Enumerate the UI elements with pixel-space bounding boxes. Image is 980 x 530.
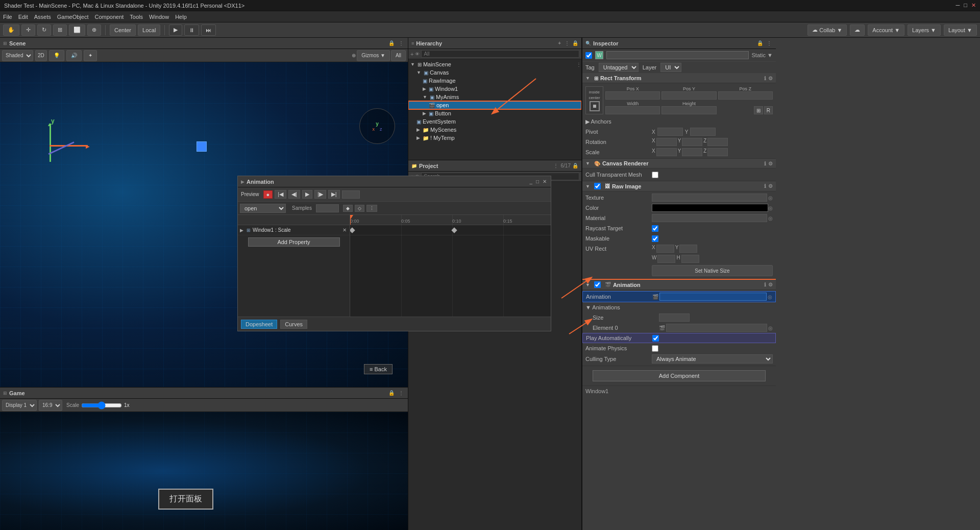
- minimize-btn[interactable]: ─: [956, 2, 960, 9]
- add-component-button[interactable]: Add Component: [593, 370, 766, 381]
- project-lock[interactable]: 🔒: [572, 163, 578, 168]
- anim-prev-key-btn[interactable]: ◀|: [288, 190, 300, 199]
- scene-audio-btn[interactable]: 🔊: [66, 50, 82, 61]
- rect-info-icon[interactable]: ℹ: [764, 76, 766, 81]
- anim-go-end-btn[interactable]: ▶|: [328, 190, 340, 199]
- texture-select-btn[interactable]: ◎: [768, 195, 773, 201]
- anim-samples-input[interactable]: 60: [316, 204, 339, 212]
- anim-clip-select[interactable]: open: [240, 204, 286, 213]
- anim-frame-input[interactable]: 0: [342, 190, 360, 199]
- raw-image-section-header[interactable]: ▼ 🖼 Raw Image ℹ ⚙: [582, 181, 776, 191]
- raw-image-enabled[interactable]: [594, 183, 601, 189]
- scale-z-input[interactable]: 1: [707, 148, 728, 156]
- cull-mesh-checkbox[interactable]: [652, 172, 658, 178]
- color-swatch[interactable]: [652, 204, 768, 212]
- game-more-btn[interactable]: ⋮: [398, 390, 405, 396]
- pause-btn[interactable]: ⏸: [184, 25, 199, 36]
- dopesheet-tab[interactable]: Dopesheet: [241, 320, 277, 329]
- menu-gameobject[interactable]: GameObject: [57, 14, 89, 20]
- hierarchy-title[interactable]: Hierarchy: [416, 40, 442, 46]
- animations-foldout[interactable]: ▼ Animations: [585, 304, 652, 310]
- inspector-more-btn[interactable]: ⋮: [766, 40, 773, 46]
- rot-y-input[interactable]: 0: [682, 138, 702, 146]
- game-lock-btn[interactable]: 🔒: [387, 390, 396, 396]
- anim-panel-minimize[interactable]: _: [528, 179, 533, 184]
- texture-input[interactable]: 白色面板: [652, 194, 767, 202]
- step-btn[interactable]: ⏭: [201, 25, 216, 36]
- culling-type-select[interactable]: Always Animate: [652, 354, 773, 364]
- keyframe-start[interactable]: [350, 227, 355, 233]
- scale-y-input[interactable]: 1: [682, 148, 702, 156]
- animation-track-area[interactable]: 0:00 0:05 0:10 0:15 0:20: [350, 215, 551, 317]
- cloud-btn[interactable]: ☁: [850, 25, 865, 36]
- uv-y-input[interactable]: 0: [679, 245, 697, 253]
- menu-assets[interactable]: Assets: [34, 14, 51, 20]
- tree-item-open[interactable]: 🎬 open: [408, 101, 581, 109]
- hierarchy-search[interactable]: [421, 50, 579, 58]
- maximize-btn[interactable]: □: [964, 2, 967, 9]
- curves-tab[interactable]: Curves: [280, 320, 307, 329]
- uv-x-input[interactable]: 0: [656, 245, 674, 253]
- canvas-settings-icon[interactable]: ⚙: [768, 161, 773, 166]
- move-tool[interactable]: ✛: [21, 25, 35, 36]
- anim-size-input[interactable]: 1: [659, 314, 690, 322]
- center-toggle[interactable]: Center: [110, 25, 136, 36]
- anim-track-remove[interactable]: ✕: [341, 227, 348, 233]
- raw-info-icon[interactable]: ℹ: [764, 183, 766, 189]
- tree-item-mytemp[interactable]: ▶ 📁 ! MyTemp: [408, 134, 581, 142]
- width-input[interactable]: 648.866: [605, 106, 660, 114]
- animate-physics-checkbox[interactable]: [652, 345, 658, 352]
- tree-item-rawimage[interactable]: ▣ RawImage: [408, 77, 581, 85]
- menu-help[interactable]: Help: [175, 14, 187, 20]
- layers-btn[interactable]: Layers ▼: [908, 25, 941, 36]
- hierarchy-add-btn[interactable]: +: [557, 40, 562, 46]
- scene-tab-label[interactable]: Scene: [9, 40, 26, 46]
- mainscene-menu[interactable]: ⋮: [576, 62, 581, 67]
- pivot-y-input[interactable]: 0.5: [690, 128, 716, 136]
- 2d-toggle[interactable]: 2D: [35, 50, 47, 61]
- inspector-title[interactable]: Inspector: [593, 40, 619, 46]
- shading-select[interactable]: Shaded: [2, 50, 33, 61]
- hierarchy-eye[interactable]: 👁: [415, 52, 420, 57]
- menu-file[interactable]: File: [3, 14, 12, 20]
- tree-item-myscenes[interactable]: ▶ 📁 MyScenes: [408, 126, 581, 134]
- hierarchy-more-btn[interactable]: ⋮: [564, 40, 571, 46]
- anim-key-btn[interactable]: ◇: [355, 205, 364, 212]
- local-toggle[interactable]: Local: [138, 25, 160, 36]
- animation-section-header[interactable]: ▼ 🎬 Animation ℹ ⚙: [582, 279, 776, 290]
- scene-lock-btn[interactable]: 🔒: [387, 40, 396, 46]
- anchor-preset-btn[interactable]: inside center: [585, 86, 603, 114]
- animation-select-btn[interactable]: ◎: [768, 294, 772, 300]
- pivot-x-input[interactable]: 0.5: [657, 128, 683, 136]
- anim-key-all-btn[interactable]: ◆: [343, 205, 353, 212]
- menu-component[interactable]: Component: [94, 14, 124, 20]
- ratio-select[interactable]: 16:9: [39, 400, 62, 411]
- object-name-input[interactable]: Window1: [606, 51, 749, 59]
- element0-select-btn[interactable]: ◎: [768, 325, 773, 331]
- anim-settings-icon[interactable]: ⚙: [768, 282, 773, 287]
- project-title[interactable]: Project: [419, 163, 438, 169]
- color-eyedropper[interactable]: ◎: [768, 205, 773, 211]
- tag-select[interactable]: Untagged: [599, 63, 639, 72]
- animation-section-enabled[interactable]: [594, 281, 601, 288]
- hierarchy-plus[interactable]: +: [410, 51, 413, 57]
- anim-panel-maximize[interactable]: □: [535, 179, 540, 184]
- tree-item-mainscene[interactable]: ▼ ⊞ MainScene ⋮: [408, 60, 581, 68]
- account-btn[interactable]: Account ▼: [868, 25, 904, 36]
- animation-clip-input[interactable]: open: [659, 293, 767, 301]
- maskable-checkbox[interactable]: [652, 235, 658, 242]
- hand-tool[interactable]: ✋: [3, 25, 19, 36]
- element0-input[interactable]: open: [666, 324, 767, 332]
- inspector-lock-btn[interactable]: 🔒: [756, 40, 764, 46]
- animation-scale-track[interactable]: [350, 225, 551, 235]
- gizmos-btn[interactable]: Gizmos ▼: [357, 50, 390, 61]
- scene-all-btn[interactable]: All: [391, 50, 406, 61]
- menu-tools[interactable]: Tools: [130, 14, 143, 20]
- pos-x-input[interactable]: 0: [605, 91, 660, 100]
- tree-item-myanims[interactable]: ▼ ▣ MyAnims: [408, 93, 581, 101]
- collab-btn[interactable]: ☁ Collab ▼: [807, 25, 847, 36]
- set-native-btn[interactable]: Set Native Size: [652, 265, 773, 276]
- anim-next-key-btn[interactable]: |▶: [314, 190, 326, 199]
- rect-settings-btn[interactable]: R: [764, 106, 773, 114]
- height-input[interactable]: 324.433: [662, 106, 716, 114]
